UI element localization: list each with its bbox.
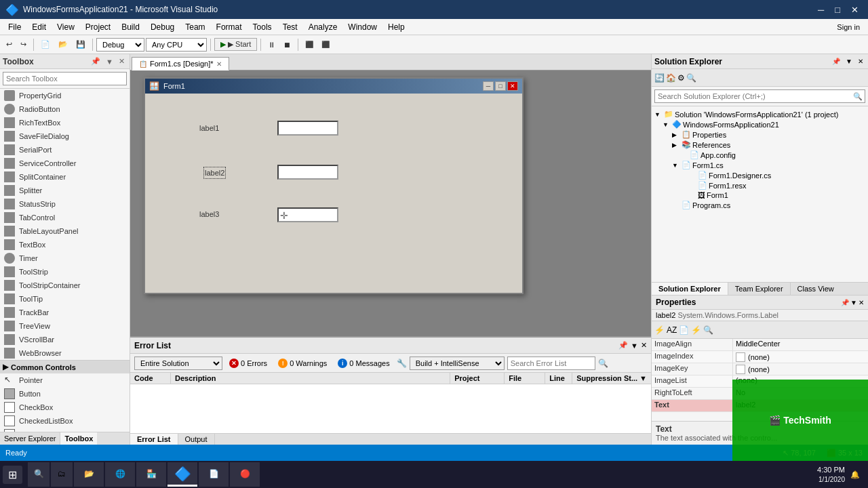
tree-programcs[interactable]: 📄 Program.cs [653,200,867,210]
toolbox-item-checkedlistbox[interactable]: CheckedListBox [0,414,130,428]
menu-view[interactable]: View [52,21,80,33]
toolbox-item-toolstrip[interactable]: ToolStrip [0,265,130,279]
se-dropdown-button[interactable]: ▼ [844,57,854,66]
menu-team[interactable]: Team [180,21,210,33]
props-categorized-button[interactable]: ⚡ [654,325,665,335]
error-list-bottom-tab[interactable]: Error List [130,434,178,445]
col-suppression[interactable]: Suppression St... ▼ [572,373,651,384]
taskbar-file-explorer[interactable]: 📂 [74,462,104,487]
toolbox-item-timer[interactable]: Timer [0,251,130,265]
toolbox-item-treeview[interactable]: TreeView [0,319,130,333]
props-pin-button[interactable]: 📌 [841,299,849,306]
tree-form1resx[interactable]: 📄 Form1.resx [653,180,867,190]
build-filter-select[interactable]: Build + IntelliSense [410,357,505,370]
prop-value-imageindex[interactable]: (none) [733,351,868,363]
se-close-button[interactable]: ✕ [856,57,865,66]
redo-button[interactable]: ↪ [17,38,30,51]
form-maximize-button[interactable]: □ [495,81,506,91]
menu-debug[interactable]: Debug [145,21,180,33]
toolbox-item-splitter[interactable]: Splitter [0,184,130,197]
menu-project[interactable]: Project [80,21,116,33]
warnings-badge[interactable]: ! 0 Warnings [274,357,331,369]
maximize-button[interactable]: □ [831,3,844,16]
props-close-button[interactable]: ✕ [859,299,864,306]
col-file[interactable]: File [505,373,545,384]
se-tab-solution-explorer[interactable]: Solution Explorer [652,283,728,295]
form-textbox2[interactable] [277,165,338,180]
toolbox-item-servicecontroller[interactable]: ServiceController [0,157,130,170]
toolbox-item-checkbox[interactable]: CheckBox [0,401,130,414]
tab-close-button[interactable]: ✕ [216,60,222,68]
col-project[interactable]: Project [450,373,505,384]
toolbox-item-trackbar[interactable]: TrackBar [0,306,130,319]
tree-form1designer[interactable]: 📄 Form1.Designer.cs [653,170,867,180]
form-textbox1[interactable] [277,121,338,136]
col-code[interactable]: Code [130,373,171,384]
toolbox-section-common-controls[interactable]: ▶ Common Controls [0,360,130,373]
menu-build[interactable]: Build [116,21,145,33]
menu-file[interactable]: File [3,21,26,33]
open-button[interactable]: 📂 [55,38,71,51]
toolbox-item-savefiledialog[interactable]: SaveFileDialog [0,129,130,143]
toolbox-dropdown-button[interactable]: ▼ [104,56,115,66]
error-list-pin-button[interactable]: 📌 [618,341,628,350]
menu-edit[interactable]: Edit [26,21,52,33]
toolbox-item-radiobutton[interactable]: RadioButton [0,102,130,116]
error-list-close-button[interactable]: ✕ [641,341,647,350]
taskbar-app2[interactable]: 📄 [199,462,229,487]
form-body[interactable]: label1 label2 label3 ✛ [145,94,522,293]
debug-mode-select[interactable]: Debug Release [96,38,144,52]
se-pin-button[interactable]: 📌 [830,57,842,66]
se-home-button[interactable]: 🏠 [666,73,676,83]
error-list-dropdown-button[interactable]: ▼ [631,341,638,350]
form-close-button[interactable]: ✕ [507,81,518,91]
error-search-input[interactable] [507,357,595,370]
tree-solution[interactable]: ▼ 📁 Solution 'WindowsFormsApplication21'… [653,109,867,119]
tree-references[interactable]: ▶ 📚 References [653,140,867,150]
tree-properties[interactable]: ▶ 📋 Properties [653,129,867,140]
tree-project[interactable]: ▼ 🔷 WindowsFormsApplication21 [653,119,867,129]
errors-badge[interactable]: ✕ 0 Errors [225,357,271,369]
props-dropdown-button[interactable]: ▼ [850,299,857,306]
col-line[interactable]: Line [545,373,572,384]
menu-analyze[interactable]: Analyze [303,21,343,33]
toolbox-item-button[interactable]: Button [0,387,130,401]
close-button[interactable]: ✕ [847,3,863,16]
taskbar-notifications[interactable]: 🔔 [850,470,860,479]
error-scope-select[interactable]: Entire Solution [134,357,222,370]
toolbox-item-richtextbox[interactable]: RichTextBox [0,116,130,129]
toolbox-tab-active[interactable]: Toolbox [60,432,97,445]
menu-format[interactable]: Format [211,21,248,33]
stop-button[interactable]: ⏹ [280,39,294,51]
pause-button[interactable]: ⏸ [264,39,279,51]
toolbox-search-input[interactable] [3,72,127,85]
sign-in-link[interactable]: Sign in [837,23,865,31]
save-button[interactable]: 💾 [73,38,89,51]
tree-appconfig[interactable]: 📄 App.config [653,150,867,160]
props-search-button[interactable]: 🔍 [703,325,713,335]
new-file-button[interactable]: 📄 [37,38,54,51]
toolbox-item-textbox[interactable]: TextBox [0,238,130,251]
form-minimize-button[interactable]: ─ [483,81,494,91]
server-explorer-tab[interactable]: Server Explorer [0,432,60,445]
se-settings-button[interactable]: ⚙ [677,73,685,83]
props-events-button[interactable]: ⚡ [691,325,701,335]
taskbar-app3[interactable]: 🔴 [230,462,260,487]
form1-design-tab[interactable]: 📋 Form1.cs [Design]* ✕ [132,57,229,70]
toolbox-item-propertygrid[interactable]: PropertyGrid [0,89,130,102]
format-align-button[interactable]: ⬛ [302,39,317,50]
se-tab-class-view[interactable]: Class View [791,283,841,295]
taskbar-task-view[interactable]: 🗂 [51,462,73,487]
se-filter-button[interactable]: 🔍 [686,73,696,83]
menu-help[interactable]: Help [382,21,410,33]
toolbox-item-tooltip[interactable]: ToolTip [0,292,130,306]
prop-value-imagealign[interactable]: MiddleCenter [733,339,868,350]
cpu-select[interactable]: Any CPU x86 x64 [146,38,207,52]
toolbox-item-webbrowser[interactable]: WebBrowser [0,346,130,360]
props-propertypage-button[interactable]: 📄 [679,325,689,335]
output-bottom-tab[interactable]: Output [178,434,215,445]
toolbox-item-toolstripcontainer[interactable]: ToolStripContainer [0,279,130,292]
se-search-input[interactable] [654,89,865,103]
toolbox-item-serialport[interactable]: SerialPort [0,143,130,157]
start-button[interactable]: ▶ ▶ Start [214,38,257,51]
